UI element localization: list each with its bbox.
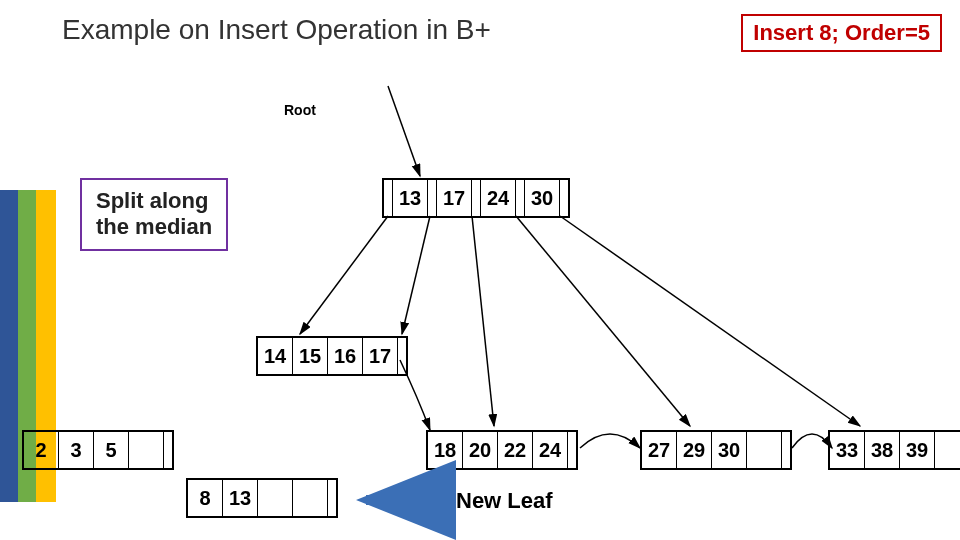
key: 38 xyxy=(864,432,899,468)
key: 33 xyxy=(830,432,864,468)
key: 20 xyxy=(462,432,497,468)
key: 2 xyxy=(24,432,58,468)
key: 22 xyxy=(497,432,532,468)
root-label: Root xyxy=(284,102,316,118)
key: 30 xyxy=(711,432,746,468)
leaf-node: 27 29 30 xyxy=(640,430,792,470)
key: 14 xyxy=(258,338,292,374)
key: 8 xyxy=(188,480,222,516)
root-node: 13 17 24 30 xyxy=(382,178,570,218)
key: 29 xyxy=(676,432,711,468)
key: 16 xyxy=(327,338,362,374)
callout-line: Split along xyxy=(96,188,212,214)
split-callout: Split along the median xyxy=(80,178,228,251)
svg-line-5 xyxy=(560,216,860,426)
key: 17 xyxy=(362,338,397,374)
svg-line-1 xyxy=(300,216,388,334)
leaf-node: 33 38 39 xyxy=(828,430,960,470)
key: 30 xyxy=(524,180,559,216)
key: 13 xyxy=(222,480,257,516)
key: 24 xyxy=(532,432,567,468)
leaf-node: 18 20 22 24 xyxy=(426,430,578,470)
leaf-node: 14 15 16 17 xyxy=(256,336,408,376)
callout-line: the median xyxy=(96,214,212,240)
svg-line-4 xyxy=(516,216,690,426)
key: 27 xyxy=(642,432,676,468)
key: 18 xyxy=(428,432,462,468)
svg-line-0 xyxy=(388,86,420,176)
key xyxy=(292,480,327,516)
new-leaf-label: New Leaf xyxy=(456,488,553,514)
key: 39 xyxy=(899,432,934,468)
key: 3 xyxy=(58,432,93,468)
key xyxy=(934,432,960,468)
key: 13 xyxy=(392,180,427,216)
slide: Example on Insert Operation in B+ Insert… xyxy=(0,0,960,540)
page-title: Example on Insert Operation in B+ xyxy=(62,14,491,46)
key xyxy=(746,432,781,468)
key: 15 xyxy=(292,338,327,374)
svg-line-2 xyxy=(402,216,430,334)
key: 17 xyxy=(436,180,471,216)
new-leaf-node: 8 13 xyxy=(186,478,338,518)
key xyxy=(128,432,163,468)
svg-line-3 xyxy=(472,216,494,426)
leaf-node: 2 3 5 xyxy=(22,430,174,470)
key: 24 xyxy=(480,180,515,216)
operation-badge: Insert 8; Order=5 xyxy=(741,14,942,52)
key: 5 xyxy=(93,432,128,468)
key xyxy=(257,480,292,516)
